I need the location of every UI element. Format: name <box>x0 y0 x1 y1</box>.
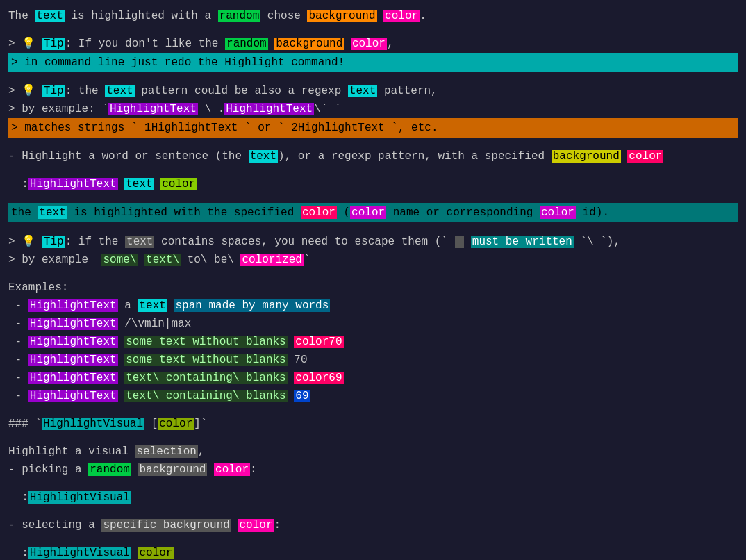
hl-colorized-1: colorized <box>240 254 303 266</box>
hl-text-8: text\ <box>144 254 181 266</box>
hl-ex-color70-1: color70 <box>294 336 343 348</box>
examples-header: Examples: <box>8 279 738 297</box>
hl-hv-color-2: color <box>138 547 174 559</box>
hl-background-3: background <box>552 150 621 163</box>
hl-ex-5: HighlightText <box>28 372 118 384</box>
hl-color-7: color <box>540 206 576 219</box>
hl-color-3: color <box>627 150 663 163</box>
hl-tip-3: Tip <box>42 236 65 248</box>
hl-ex-span-1: span made by many words <box>174 299 330 312</box>
hl-ex-some-2: some text without blanks <box>124 354 287 366</box>
tip-line-1: > 💡 Tip: If you don't like the random ba… <box>8 35 738 53</box>
hl-random-2: random <box>225 38 268 50</box>
hl-space-1 <box>455 236 465 248</box>
command-line-1: :HighlightText text color <box>8 175 738 193</box>
example-line-3: - HighlightText some text without blanks… <box>8 333 738 351</box>
tip-line-4: > 💡 Tip: if the text contains spaces, yo… <box>8 232 738 251</box>
hl-background-2: background <box>274 38 344 50</box>
hl-background-4: background <box>138 463 207 476</box>
hl-text-6: text <box>38 206 67 219</box>
hl-ex-6: HighlightText <box>28 390 118 402</box>
hv-cmd-2: :HighlightVisual color <box>8 544 738 560</box>
hl-highlighttext-1: HighlightText <box>108 103 198 115</box>
hl-color-8: color <box>214 463 250 476</box>
hl-highlighttext-2: HighlightText <box>224 103 314 115</box>
hl-hv-cmd-1: HighlightVisual <box>28 491 131 504</box>
hl-selection-1: selection <box>135 445 197 458</box>
desc-line-1: - Highlight a word or sentence (the text… <box>8 147 738 165</box>
hl-text-5: text <box>124 178 154 190</box>
hl-highlighttext-3: HighlightText <box>28 178 118 190</box>
hl-color-9: color <box>238 519 274 532</box>
hl-ex-1: HighlightText <box>28 299 118 312</box>
hl-color-2: color <box>351 38 387 50</box>
hl-tip-1: Tip <box>42 38 65 50</box>
hl-tip-2: Tip <box>42 85 65 97</box>
example-line-2: - HighlightText /\vmin|max <box>8 315 738 333</box>
hl-color-6: color <box>350 206 386 219</box>
hl-color-4: color <box>160 178 197 190</box>
hl-text-3: text <box>348 85 377 97</box>
hl-background-1: background <box>307 10 376 22</box>
hl-ex-text-2: text\ containing\ blanks <box>124 372 287 384</box>
hl-text-4: text <box>249 150 278 163</box>
example-line-6: - HighlightText text\ containing\ blanks… <box>8 387 738 405</box>
hv-cmd-1: :HighlightVisual <box>8 488 738 507</box>
hv-desc-1: Highlight a visual selection, <box>8 443 738 461</box>
tip-line-5: > by example some\ text\ to\ be\ coloriz… <box>8 251 738 269</box>
tip-icon-3: 💡 <box>22 236 35 248</box>
tip-line-2: > 💡 Tip: the text pattern could be also … <box>8 82 738 100</box>
hl-hv-1: HighlightVisual <box>42 418 144 430</box>
example-line-4: - HighlightText some text without blanks… <box>8 351 738 369</box>
hl-ex-text-1: text <box>138 299 167 312</box>
hl-ex-color69-1: color69 <box>294 372 343 384</box>
hl-ex-some-1: some text without blanks <box>124 336 287 348</box>
hl-ex-text-3: text\ containing\ blanks <box>124 390 287 402</box>
tip-line-3: > by example: `HighlightText \ .Highligh… <box>8 100 738 118</box>
hl-hv-cmd-2: HighlightVisual <box>28 547 131 559</box>
hl-text-2: text <box>105 85 134 97</box>
hl-color-1: color <box>383 10 420 22</box>
hv-header: ### `HighlightVisual [color]` <box>8 415 738 433</box>
example-line-1: - HighlightText a text span made by many… <box>8 297 738 315</box>
hl-ex-3: HighlightText <box>28 336 118 348</box>
hv-desc-3: - selecting a specific background color: <box>8 516 738 534</box>
tip-block-2: > matches strings ` 1HighlightText ` or … <box>8 118 738 138</box>
example-line-5: - HighlightText text\ containing\ blanks… <box>8 369 738 387</box>
main-content: The text is highlighted with a random ch… <box>8 7 738 560</box>
line-1: The text is highlighted with a random ch… <box>8 7 738 25</box>
tip-icon-2: 💡 <box>22 85 35 97</box>
hl-random-1: random <box>218 10 261 22</box>
desc-bar-1: the text is highlighted with the specifi… <box>8 203 738 222</box>
hl-mustbe-1: must be written <box>471 236 574 248</box>
hl-some-1: some\ <box>101 254 138 266</box>
hl-specific-1: specific background <box>101 519 231 532</box>
hl-random-3: random <box>88 463 131 476</box>
hl-color-5: color <box>301 206 337 219</box>
hl-text-1: text <box>35 10 64 22</box>
tip-icon-1: 💡 <box>22 38 35 50</box>
hl-text-7: text <box>125 236 154 248</box>
hl-ex-69-1: 69 <box>294 390 310 402</box>
hv-desc-2: - picking a random background color: <box>8 461 738 479</box>
tip-block-1: > in command line just redo the Highligh… <box>8 53 738 72</box>
hl-hv-color-1: color <box>158 418 194 430</box>
hl-ex-2: HighlightText <box>28 318 118 330</box>
hl-ex-4: HighlightText <box>28 354 118 366</box>
